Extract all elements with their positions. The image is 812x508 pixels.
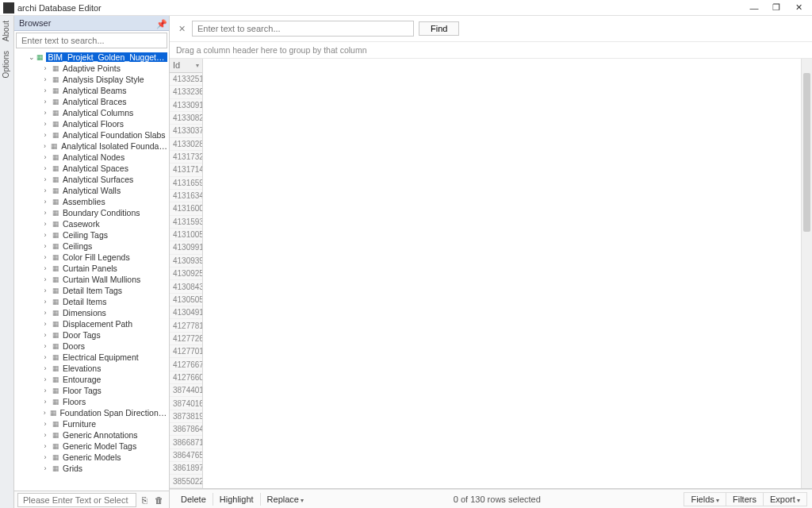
id-cell[interactable]: 4133251 [170,73,202,86]
expand-icon[interactable]: › [41,175,49,183]
expand-icon[interactable]: › [41,242,49,250]
minimize-button[interactable]: — [744,2,764,14]
tree-item[interactable]: ›Elevations [14,363,169,374]
id-cell[interactable]: 3864765 [170,449,202,462]
close-button[interactable]: ✕ [788,2,809,14]
expand-icon[interactable]: › [41,398,49,406]
grid-search-input[interactable] [192,21,414,37]
delete-icon[interactable]: 🗑 [153,493,167,507]
tree-item[interactable]: ›Floor Tags [14,385,169,396]
expand-icon[interactable]: › [41,253,49,261]
id-cell[interactable]: 4131659 [170,177,202,190]
expand-icon[interactable]: › [41,298,49,306]
tree-item[interactable]: ›Analytical Nodes [14,152,169,163]
id-cell[interactable]: 3873819 [170,410,202,423]
tree-item[interactable]: ›Analytical Surfaces [14,174,169,185]
group-by-hint[interactable]: Drag a column header here to group by th… [170,42,812,59]
maximize-button[interactable]: ❐ [766,2,787,14]
id-cell[interactable]: 3866871 [170,436,202,448]
tree-item[interactable]: ›Ceilings [14,241,169,252]
expand-icon[interactable]: › [41,331,49,339]
expand-icon[interactable]: › [41,320,49,328]
side-tab-options[interactable]: Options [0,46,13,83]
browser-search-input[interactable] [16,33,167,48]
tree-item[interactable]: ›Foundation Span Direction Symbol [14,407,169,418]
expand-icon[interactable]: › [41,387,49,394]
id-cell[interactable]: 4131593 [170,216,202,229]
tree-item[interactable]: ›Displacement Path [14,318,169,329]
expand-icon[interactable]: › [41,153,49,161]
tree-item[interactable]: ›Analytical Floors [14,118,169,129]
expand-icon[interactable]: ⌄ [29,53,35,61]
tree-item[interactable]: ›Grids [14,463,169,474]
id-cell[interactable]: 3855022 [170,475,202,487]
tree-item[interactable]: ›Adaptive Points [14,63,169,74]
expand-icon[interactable]: › [41,375,49,383]
expand-icon[interactable]: › [41,120,49,128]
expand-icon[interactable]: › [41,187,49,194]
id-cell[interactable]: 4130491 [170,306,202,319]
id-cell[interactable]: 4131732 [170,151,202,164]
delete-button[interactable]: Delete [174,493,213,506]
tree-item[interactable]: ›Analytical Isolated Foundations [14,140,169,152]
tree-item[interactable]: ›Analytical Beams [14,85,169,96]
tree-item[interactable]: ›Ceiling Tags [14,229,169,241]
expand-icon[interactable]: › [41,442,49,450]
expand-icon[interactable]: › [41,342,49,350]
tree-item[interactable]: ›Analytical Foundation Slabs [14,129,169,140]
tree-item[interactable]: ›Analytical Columns [14,107,169,118]
tree-view[interactable]: ⌄ BIM_Projekt_Golden_Nugget-Architekt...… [14,50,169,491]
id-cell[interactable]: 4131634 [170,190,202,202]
tree-item[interactable]: ›Detail Item Tags [14,285,169,296]
tree-item[interactable]: ›Entourage [14,374,169,385]
tree-item[interactable]: ›Generic Models [14,452,169,463]
expand-icon[interactable]: › [41,87,49,94]
highlight-button[interactable]: Highlight [213,493,261,506]
tree-item[interactable]: ›Analytical Braces [14,96,169,107]
scroll-thumb[interactable] [803,73,810,232]
expand-icon[interactable]: › [41,353,49,361]
tree-item[interactable]: ›Color Fill Legends [14,252,169,263]
id-cell[interactable]: 4130991 [170,241,202,254]
find-button[interactable]: Find [419,21,459,36]
id-cell[interactable]: 3867864 [170,423,202,436]
copy-icon[interactable]: ⎘ [138,493,151,507]
id-cell[interactable]: 3874401 [170,384,202,397]
tree-item[interactable]: ›Door Tags [14,329,169,341]
tree-item[interactable]: ›Curtain Panels [14,263,169,274]
tree-item[interactable]: ›Generic Annotations [14,429,169,441]
expand-icon[interactable]: › [41,64,49,72]
tree-item[interactable]: ›Furniture [14,418,169,429]
expand-icon[interactable]: › [41,142,48,150]
id-column-header[interactable]: Id ▾ [170,59,202,73]
id-cell[interactable]: 4127667 [170,358,202,371]
id-cell[interactable]: 4130505 [170,294,202,306]
id-cell[interactable]: 4131005 [170,229,202,241]
expand-icon[interactable]: › [41,198,49,206]
tree-item[interactable]: ›Curtain Wall Mullions [14,274,169,285]
tree-item[interactable]: ›Electrical Equipment [14,352,169,363]
bottom-select-input[interactable] [17,493,136,507]
tree-item[interactable]: ›Assemblies [14,196,169,207]
grid-body[interactable] [203,59,801,488]
tree-item[interactable]: ›Analysis Display Style [14,74,169,85]
id-cell[interactable]: 4131714 [170,164,202,176]
export-button[interactable]: Export [764,492,807,506]
tree-item[interactable]: ›Floors [14,396,169,407]
expand-icon[interactable]: › [41,231,49,239]
tree-root[interactable]: ⌄ BIM_Projekt_Golden_Nugget-Architekt... [14,52,169,63]
expand-icon[interactable]: › [41,420,49,428]
expand-icon[interactable]: › [41,264,49,272]
expand-icon[interactable]: › [41,220,49,228]
tree-item[interactable]: ›Casework [14,218,169,229]
id-cell[interactable]: 4127781 [170,319,202,332]
expand-icon[interactable]: › [41,75,49,83]
side-tab-about[interactable]: About [0,16,13,46]
id-cell[interactable]: 4130925 [170,267,202,280]
fields-button[interactable]: Fields [684,492,726,506]
expand-icon[interactable]: › [41,364,49,372]
expand-icon[interactable]: › [41,287,49,294]
id-cell[interactable]: 4133082 [170,112,202,125]
id-cell[interactable]: 4131600 [170,202,202,215]
id-cell[interactable]: 4133236 [170,86,202,98]
